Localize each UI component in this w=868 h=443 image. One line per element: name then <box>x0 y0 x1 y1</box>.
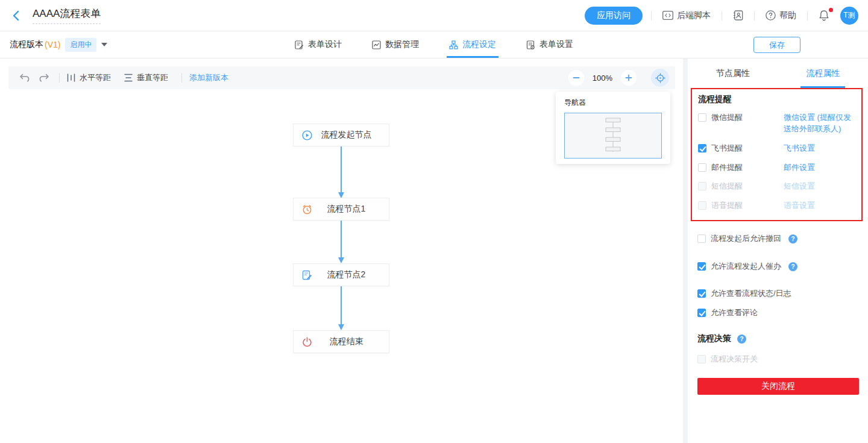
undo-button[interactable] <box>17 70 33 86</box>
node-label: 流程节点2 <box>312 269 389 280</box>
feishu-settings-link[interactable]: 飞书设置 <box>784 143 815 154</box>
help-icon[interactable]: ? <box>788 234 797 243</box>
close-flow-button[interactable]: 关闭流程 <box>697 378 859 395</box>
reminder-row-email: 邮件提醒 邮件设置 <box>698 162 855 174</box>
reminder-section-title: 流程提醒 <box>698 94 855 105</box>
code-icon <box>662 11 673 20</box>
node-label: 流程节点1 <box>312 204 389 215</box>
allow-withdraw-checkbox[interactable] <box>697 234 706 243</box>
flow-node-start[interactable]: 流程发起节点 <box>293 124 389 146</box>
option-allow-withdraw: 流程发起后允许撤回 ? <box>697 233 859 244</box>
status-badge: 启用中 <box>65 38 96 52</box>
power-icon <box>302 337 312 347</box>
tab-form-settings[interactable]: 表单设置 <box>526 31 573 58</box>
contacts-button[interactable] <box>731 10 746 20</box>
notifications-button[interactable] <box>816 10 832 21</box>
chevron-left-icon <box>11 10 22 21</box>
flow-node-end[interactable]: 流程结束 <box>293 330 389 353</box>
undo-icon <box>19 74 30 82</box>
zoom-out-button[interactable] <box>568 70 584 86</box>
help-icon[interactable]: ? <box>788 262 797 271</box>
reminder-row-voice: 语音提醒 语音设置 <box>698 200 855 212</box>
email-settings-link[interactable]: 邮件设置 <box>784 162 815 174</box>
wechat-settings-link[interactable]: 微信设置 (提醒仅发送给外部联系人) <box>784 112 855 135</box>
form-edit-icon <box>302 270 312 280</box>
decision-section-title: 流程决策 ? <box>697 333 859 344</box>
crosshair-icon <box>655 73 665 83</box>
backend-script-button[interactable]: 后端脚本 <box>660 10 713 21</box>
tab-data-management[interactable]: 数据管理 <box>372 31 419 58</box>
vertical-spacing-label: 垂直等距 <box>137 72 168 83</box>
sub-header: 流程版本 (V1) 启用中 表单设计 数据管理 流程设定 表单设置 保存 <box>0 31 868 58</box>
redo-icon <box>39 74 49 82</box>
sidebar-tabs: 节点属性 流程属性 <box>688 58 868 88</box>
version-tag: (V1) <box>45 40 60 49</box>
wechat-reminder-checkbox[interactable] <box>698 113 706 122</box>
vertical-spacing-button[interactable]: 垂直等距 <box>124 72 168 83</box>
reminder-label: 短信提醒 <box>711 181 743 192</box>
avatar[interactable]: T测 <box>840 7 858 25</box>
voice-settings-link: 语音设置 <box>784 200 815 212</box>
top-header: AAAA流程表单 应用访问 后端脚本 帮助 T测 <box>0 0 868 31</box>
reminder-label: 微信提醒 <box>711 112 743 123</box>
redo-button[interactable] <box>36 70 52 86</box>
data-chart-icon <box>372 40 381 49</box>
navigator-minimap[interactable] <box>564 113 662 159</box>
page-title: AAAA流程表单 <box>33 7 101 24</box>
divider <box>807 11 808 20</box>
flow-node-2[interactable]: 流程节点2 <box>293 263 389 286</box>
version-dropdown-caret[interactable] <box>101 43 107 46</box>
flow-reminder-highlight-box: 流程提醒 微信提醒 微信设置 (提醒仅发送给外部联系人) 飞书提醒 飞书设置 邮… <box>691 88 863 221</box>
option-allow-urge: 允许流程发起人催办 ? <box>697 261 859 272</box>
plus-icon <box>625 74 632 81</box>
flow-canvas[interactable]: 水平等距 垂直等距 添加新版本 100% <box>0 58 683 443</box>
locate-button[interactable] <box>651 69 669 87</box>
option-label: 允许流程发起人催办 <box>711 261 781 272</box>
tab-node-properties[interactable]: 节点属性 <box>688 58 778 88</box>
horizontal-spacing-icon <box>67 74 75 82</box>
save-button[interactable]: 保存 <box>753 37 800 53</box>
email-reminder-checkbox[interactable] <box>698 163 706 172</box>
flow-node-1[interactable]: 流程节点1 <box>293 198 389 221</box>
view-comments-checkbox[interactable] <box>697 309 706 317</box>
sms-reminder-checkbox <box>698 182 706 190</box>
horizontal-spacing-button[interactable]: 水平等距 <box>67 72 111 83</box>
zoom-level: 100% <box>593 74 612 83</box>
app-access-button[interactable]: 应用访问 <box>585 7 643 25</box>
decision-switch-checkbox[interactable] <box>697 355 706 363</box>
vertical-spacing-icon <box>124 74 133 82</box>
reminder-label: 邮件提醒 <box>711 162 743 173</box>
divider <box>722 11 722 20</box>
feishu-reminder-checkbox[interactable] <box>698 144 706 152</box>
clock-icon <box>302 204 312 215</box>
tab-flow-settings[interactable]: 流程设定 <box>449 31 496 58</box>
add-version-link[interactable]: 添加新版本 <box>189 72 228 83</box>
tab-form-design[interactable]: 表单设计 <box>295 31 342 58</box>
view-status-log-checkbox[interactable] <box>697 289 706 298</box>
question-circle-icon <box>766 10 776 20</box>
tab-label: 流程设定 <box>462 39 496 50</box>
voice-reminder-checkbox <box>698 201 706 210</box>
divider <box>181 73 182 83</box>
contacts-icon <box>733 10 743 20</box>
play-circle-icon <box>302 130 312 140</box>
help-icon[interactable]: ? <box>737 335 746 344</box>
help-button[interactable]: 帮助 <box>763 10 799 21</box>
back-button[interactable] <box>11 10 22 21</box>
properties-sidebar: 节点属性 流程属性 流程提醒 微信提醒 微信设置 (提醒仅发送给外部联系人) 飞… <box>688 58 868 443</box>
form-design-icon <box>295 40 304 49</box>
option-decision-switch: 流程决策开关 <box>697 354 859 365</box>
bell-icon <box>819 10 829 21</box>
allow-urge-checkbox[interactable] <box>697 262 706 271</box>
navigator-panel: 导航器 <box>556 92 670 164</box>
decision-title-text: 流程决策 <box>697 333 731 344</box>
zoom-in-button[interactable] <box>621 70 637 86</box>
option-label: 流程发起后允许撤回 <box>711 233 781 244</box>
divider <box>754 11 755 20</box>
tab-flow-properties[interactable]: 流程属性 <box>778 58 868 88</box>
minimap-graph <box>601 117 625 154</box>
main-tabs: 表单设计 数据管理 流程设定 表单设置 <box>295 31 573 58</box>
minus-icon <box>573 74 580 81</box>
option-label: 允许查看评论 <box>711 307 758 318</box>
panel-divider <box>683 58 688 443</box>
